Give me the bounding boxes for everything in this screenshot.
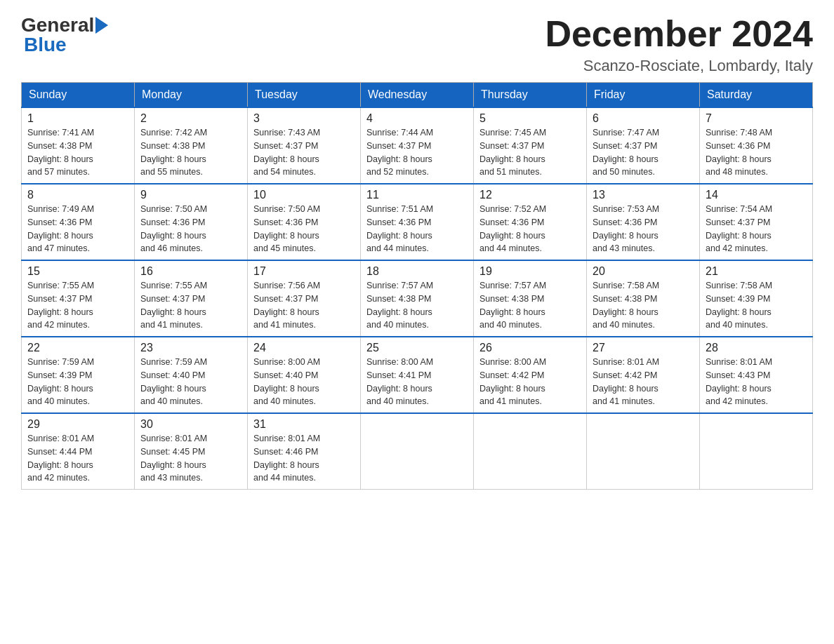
- day-of-week-header: Thursday: [474, 83, 587, 108]
- calendar-day-cell: 21 Sunrise: 7:58 AM Sunset: 4:39 PM Dayl…: [700, 260, 813, 337]
- calendar-day-cell: 14 Sunrise: 7:54 AM Sunset: 4:37 PM Dayl…: [700, 184, 813, 260]
- calendar-day-cell: 24 Sunrise: 8:00 AM Sunset: 4:40 PM Dayl…: [248, 337, 361, 413]
- calendar-subtitle: Scanzo-Rosciate, Lombardy, Italy: [545, 57, 813, 75]
- day-number: 27: [593, 342, 694, 354]
- calendar-day-cell: 22 Sunrise: 7:59 AM Sunset: 4:39 PM Dayl…: [22, 337, 135, 413]
- day-number: 30: [140, 418, 241, 431]
- calendar-day-cell: 10 Sunrise: 7:50 AM Sunset: 4:36 PM Dayl…: [248, 184, 361, 260]
- day-number: 18: [366, 265, 468, 278]
- day-info: Sunrise: 7:48 AM Sunset: 4:36 PM Dayligh…: [706, 126, 807, 179]
- calendar-day-cell: 18 Sunrise: 7:57 AM Sunset: 4:38 PM Dayl…: [361, 260, 474, 337]
- page-header: General Blue December 2024 Scanzo-Roscia…: [21, 14, 813, 75]
- calendar-day-cell: 7 Sunrise: 7:48 AM Sunset: 4:36 PM Dayli…: [700, 107, 813, 184]
- day-info: Sunrise: 7:58 AM Sunset: 4:38 PM Dayligh…: [593, 279, 694, 332]
- day-info: Sunrise: 8:00 AM Sunset: 4:40 PM Dayligh…: [253, 356, 355, 408]
- day-info: Sunrise: 7:55 AM Sunset: 4:37 PM Dayligh…: [140, 279, 241, 332]
- calendar-week-row: 29 Sunrise: 8:01 AM Sunset: 4:44 PM Dayl…: [22, 413, 813, 490]
- title-section: December 2024 Scanzo-Rosciate, Lombardy,…: [545, 14, 813, 75]
- calendar-day-cell: 30 Sunrise: 8:01 AM Sunset: 4:45 PM Dayl…: [135, 413, 248, 490]
- calendar-day-cell: 6 Sunrise: 7:47 AM Sunset: 4:37 PM Dayli…: [587, 107, 700, 184]
- day-number: 5: [479, 112, 581, 125]
- calendar-day-cell: [361, 413, 474, 490]
- calendar-day-cell: 27 Sunrise: 8:01 AM Sunset: 4:42 PM Dayl…: [587, 337, 700, 413]
- day-number: 21: [706, 265, 807, 278]
- day-number: 31: [253, 418, 355, 431]
- day-info: Sunrise: 7:57 AM Sunset: 4:38 PM Dayligh…: [366, 279, 468, 332]
- day-info: Sunrise: 7:51 AM Sunset: 4:36 PM Dayligh…: [366, 203, 468, 255]
- calendar-week-row: 15 Sunrise: 7:55 AM Sunset: 4:37 PM Dayl…: [22, 260, 813, 337]
- day-number: 17: [253, 265, 355, 278]
- calendar-day-cell: 1 Sunrise: 7:41 AM Sunset: 4:38 PM Dayli…: [22, 107, 135, 184]
- day-info: Sunrise: 7:42 AM Sunset: 4:38 PM Dayligh…: [140, 126, 241, 179]
- calendar-day-cell: [587, 413, 700, 490]
- calendar-week-row: 22 Sunrise: 7:59 AM Sunset: 4:39 PM Dayl…: [22, 337, 813, 413]
- calendar-day-cell: 5 Sunrise: 7:45 AM Sunset: 4:37 PM Dayli…: [474, 107, 587, 184]
- day-number: 11: [366, 189, 468, 201]
- day-info: Sunrise: 7:55 AM Sunset: 4:37 PM Dayligh…: [27, 279, 128, 332]
- day-number: 7: [706, 112, 807, 125]
- day-of-week-header: Saturday: [700, 83, 813, 108]
- calendar-day-cell: 8 Sunrise: 7:49 AM Sunset: 4:36 PM Dayli…: [22, 184, 135, 260]
- calendar-table: SundayMondayTuesdayWednesdayThursdayFrid…: [21, 82, 813, 490]
- day-info: Sunrise: 7:57 AM Sunset: 4:38 PM Dayligh…: [479, 279, 581, 332]
- day-info: Sunrise: 8:01 AM Sunset: 4:43 PM Dayligh…: [706, 356, 807, 408]
- day-number: 24: [253, 342, 355, 354]
- logo-blue-text: Blue: [24, 34, 67, 56]
- day-number: 25: [366, 342, 468, 354]
- calendar-day-cell: 3 Sunrise: 7:43 AM Sunset: 4:37 PM Dayli…: [248, 107, 361, 184]
- calendar-day-cell: 23 Sunrise: 7:59 AM Sunset: 4:40 PM Dayl…: [135, 337, 248, 413]
- day-number: 14: [706, 189, 807, 201]
- day-number: 1: [27, 112, 128, 125]
- logo: General Blue: [21, 14, 110, 56]
- day-info: Sunrise: 8:01 AM Sunset: 4:45 PM Dayligh…: [140, 432, 241, 485]
- day-of-week-header: Sunday: [22, 83, 135, 108]
- day-info: Sunrise: 7:41 AM Sunset: 4:38 PM Dayligh…: [27, 126, 128, 179]
- calendar-day-cell: 29 Sunrise: 8:01 AM Sunset: 4:44 PM Dayl…: [22, 413, 135, 490]
- day-number: 23: [140, 342, 241, 354]
- logo-arrow-icon: [95, 17, 108, 34]
- day-info: Sunrise: 7:59 AM Sunset: 4:39 PM Dayligh…: [27, 356, 128, 408]
- day-number: 4: [366, 112, 468, 125]
- calendar-day-cell: [474, 413, 587, 490]
- day-number: 9: [140, 189, 241, 201]
- day-info: Sunrise: 8:01 AM Sunset: 4:44 PM Dayligh…: [27, 432, 128, 485]
- calendar-day-cell: 20 Sunrise: 7:58 AM Sunset: 4:38 PM Dayl…: [587, 260, 700, 337]
- day-info: Sunrise: 8:01 AM Sunset: 4:42 PM Dayligh…: [593, 356, 694, 408]
- day-number: 20: [593, 265, 694, 278]
- day-number: 3: [253, 112, 355, 125]
- day-number: 16: [140, 265, 241, 278]
- calendar-day-cell: 19 Sunrise: 7:57 AM Sunset: 4:38 PM Dayl…: [474, 260, 587, 337]
- calendar-day-cell: 26 Sunrise: 8:00 AM Sunset: 4:42 PM Dayl…: [474, 337, 587, 413]
- calendar-day-cell: 25 Sunrise: 8:00 AM Sunset: 4:41 PM Dayl…: [361, 337, 474, 413]
- day-number: 22: [27, 342, 128, 354]
- day-info: Sunrise: 7:53 AM Sunset: 4:36 PM Dayligh…: [593, 203, 694, 255]
- day-info: Sunrise: 7:49 AM Sunset: 4:36 PM Dayligh…: [27, 203, 128, 255]
- day-info: Sunrise: 7:47 AM Sunset: 4:37 PM Dayligh…: [593, 126, 694, 179]
- day-of-week-header: Friday: [587, 83, 700, 108]
- day-of-week-header: Wednesday: [361, 83, 474, 108]
- day-info: Sunrise: 7:52 AM Sunset: 4:36 PM Dayligh…: [479, 203, 581, 255]
- day-number: 10: [253, 189, 355, 201]
- day-number: 6: [593, 112, 694, 125]
- day-number: 2: [140, 112, 241, 125]
- day-info: Sunrise: 7:45 AM Sunset: 4:37 PM Dayligh…: [479, 126, 581, 179]
- day-info: Sunrise: 8:01 AM Sunset: 4:46 PM Dayligh…: [253, 432, 355, 485]
- calendar-day-cell: 11 Sunrise: 7:51 AM Sunset: 4:36 PM Dayl…: [361, 184, 474, 260]
- day-number: 26: [479, 342, 581, 354]
- calendar-day-cell: 9 Sunrise: 7:50 AM Sunset: 4:36 PM Dayli…: [135, 184, 248, 260]
- day-number: 13: [593, 189, 694, 201]
- day-info: Sunrise: 7:50 AM Sunset: 4:36 PM Dayligh…: [253, 203, 355, 255]
- day-number: 29: [27, 418, 128, 431]
- day-number: 28: [706, 342, 807, 354]
- calendar-day-cell: 31 Sunrise: 8:01 AM Sunset: 4:46 PM Dayl…: [248, 413, 361, 490]
- day-info: Sunrise: 7:59 AM Sunset: 4:40 PM Dayligh…: [140, 356, 241, 408]
- day-info: Sunrise: 7:56 AM Sunset: 4:37 PM Dayligh…: [253, 279, 355, 332]
- day-info: Sunrise: 7:54 AM Sunset: 4:37 PM Dayligh…: [706, 203, 807, 255]
- day-info: Sunrise: 8:00 AM Sunset: 4:41 PM Dayligh…: [366, 356, 468, 408]
- calendar-day-cell: 16 Sunrise: 7:55 AM Sunset: 4:37 PM Dayl…: [135, 260, 248, 337]
- calendar-week-row: 1 Sunrise: 7:41 AM Sunset: 4:38 PM Dayli…: [22, 107, 813, 184]
- calendar-day-cell: [700, 413, 813, 490]
- calendar-title: December 2024: [545, 14, 813, 54]
- calendar-week-row: 8 Sunrise: 7:49 AM Sunset: 4:36 PM Dayli…: [22, 184, 813, 260]
- calendar-day-cell: 28 Sunrise: 8:01 AM Sunset: 4:43 PM Dayl…: [700, 337, 813, 413]
